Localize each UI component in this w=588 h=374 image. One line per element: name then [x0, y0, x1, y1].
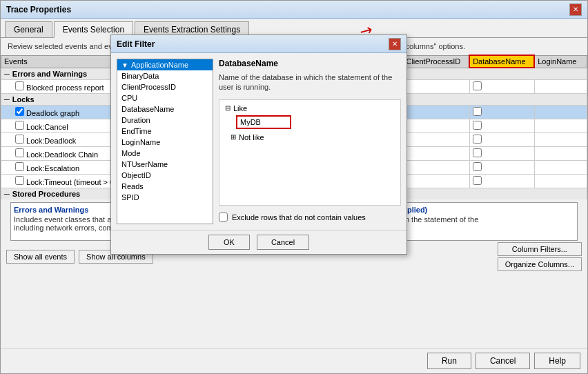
help-button[interactable]: Help [534, 353, 580, 369]
organize-columns-button[interactable]: Organize Columns... [498, 257, 582, 271]
checkbox-lockcancel-dbname[interactable] [473, 121, 482, 130]
right-buttons: Column Filters... Organize Columns... [498, 242, 582, 271]
modal-field-title: DatabaseName [219, 59, 401, 68]
checkbox-deadlock-graph[interactable] [15, 107, 24, 116]
show-all-events-button[interactable]: Show all events [6, 250, 75, 264]
modal-filter-area: ⊟ Like ⊞ Not like [219, 99, 401, 206]
like-value-input[interactable] [236, 115, 291, 129]
exclude-row: Exclude rows that do not contain values [219, 210, 401, 224]
list-item-dbname[interactable]: DatabaseName [117, 104, 213, 115]
checkbox-lockesc-dbname[interactable] [473, 162, 482, 171]
like-expand-icon[interactable]: ⊟ [225, 104, 231, 112]
checkbox-deadlock-dbname[interactable] [473, 107, 482, 116]
like-value-row [222, 114, 398, 129]
cancel-button[interactable]: Cancel [476, 353, 530, 369]
filter-not-like-row: ⊞ Not like [222, 133, 398, 141]
exclude-checkbox[interactable] [219, 213, 228, 222]
list-item-mode[interactable]: Mode [117, 148, 213, 159]
col-dbname: DatabaseName [469, 55, 534, 68]
checkbox-lock-escalation[interactable] [15, 162, 24, 171]
list-item-loginname[interactable]: LoginName [117, 137, 213, 148]
main-window: Trace Properties ✕ General Events Select… [0, 0, 588, 374]
list-item-spid[interactable]: SPID [117, 192, 213, 203]
exclude-label: Exclude rows that do not contain values [232, 213, 366, 222]
list-item-reads[interactable]: Reads [117, 181, 213, 192]
modal-body: ▼ ApplicationName BinaryData ClientProce… [111, 53, 406, 230]
checkbox-blocked-dbname[interactable] [473, 81, 482, 90]
footer: Run Cancel Help [1, 348, 587, 373]
modal-ok-button[interactable]: OK [208, 235, 250, 250]
modal-right-panel: DatabaseName Name of the database in whi… [219, 59, 401, 224]
checkbox-lockdeadlock-dbname[interactable] [473, 135, 482, 144]
checkbox-lock-deadlock[interactable] [15, 135, 24, 144]
edit-filter-modal: ↗ Edit Filter ✕ ▼ ApplicationName Binary… [110, 35, 407, 255]
list-item-clientpid[interactable]: ClientProcessID [117, 81, 213, 92]
col-loginname: LoginName [534, 55, 587, 68]
modal-filter-list: ▼ ApplicationName BinaryData ClientProce… [117, 59, 213, 224]
window-title: Trace Properties [6, 5, 71, 14]
filter-icon-appname: ▼ [121, 61, 128, 69]
not-like-expand-icon[interactable]: ⊞ [231, 133, 236, 141]
checkbox-blocked-process[interactable] [15, 81, 24, 90]
checkbox-lockchain-dbname[interactable] [473, 148, 482, 157]
list-item-ntusername[interactable]: NTUserName [117, 159, 213, 170]
window-close-button[interactable]: ✕ [569, 3, 582, 16]
checkbox-locktimeout-dbname[interactable] [473, 176, 482, 185]
title-bar: Trace Properties ✕ [1, 1, 587, 19]
modal-title: Edit Filter [117, 39, 155, 49]
list-item-endtime[interactable]: EndTime [117, 126, 213, 137]
checkbox-lock-cancel[interactable] [15, 121, 24, 130]
modal-cancel-button[interactable]: Cancel [257, 235, 309, 250]
filter-like-row: ⊟ Like [222, 103, 398, 114]
list-item-appname[interactable]: ▼ ApplicationName [117, 59, 213, 70]
column-filters-button[interactable]: Column Filters... [498, 242, 582, 256]
modal-footer: OK Cancel [111, 230, 406, 254]
run-button[interactable]: Run [427, 353, 471, 369]
list-item-duration[interactable]: Duration [117, 115, 213, 126]
col-clientpid: ClientProcessID [403, 55, 469, 68]
list-item-cpu[interactable]: CPU [117, 92, 213, 104]
not-like-label: Not like [239, 133, 264, 141]
checkbox-lock-chain[interactable] [15, 148, 24, 157]
modal-field-desc: Name of the database in which the statem… [219, 72, 401, 92]
list-item-objectid[interactable]: ObjectID [117, 170, 213, 181]
modal-close-button[interactable]: ✕ [389, 38, 401, 50]
checkbox-lock-timeout[interactable] [15, 176, 24, 185]
tab-general[interactable]: General [5, 21, 52, 37]
list-item-binarydata[interactable]: BinaryData [117, 70, 213, 81]
like-label: Like [233, 104, 247, 112]
